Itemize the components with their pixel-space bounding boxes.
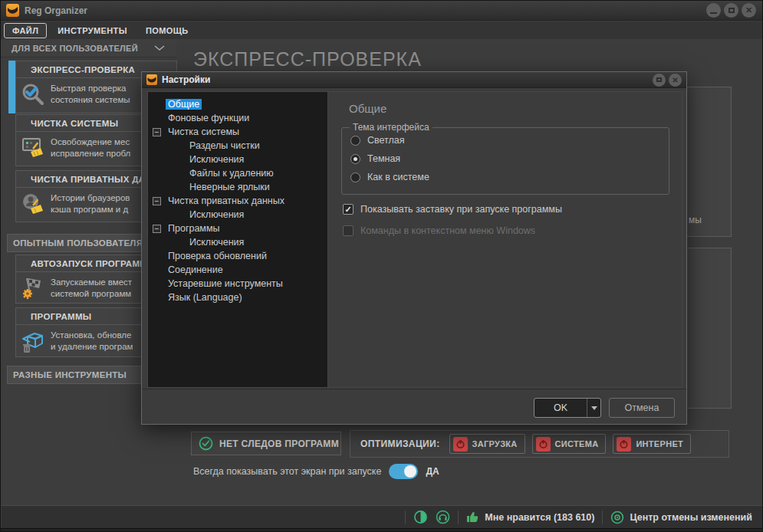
toggle-knob bbox=[404, 465, 416, 478]
sidebar-item-desc: Истории браузеров кэша программ и д bbox=[51, 192, 130, 215]
contrast-icon bbox=[413, 510, 428, 524]
user-scope-dropdown[interactable]: ДЛЯ ВСЕХ ПОЛЬЗОВАТЕЛЕЙ bbox=[1, 39, 176, 57]
settings-panel: Общие Тема интерфейса Светлая Темная Как… bbox=[328, 91, 682, 388]
ok-button[interactable]: OK bbox=[534, 399, 587, 417]
optimize-startup-button[interactable]: ЗАГРУЗКА bbox=[449, 434, 525, 454]
menu-bar: ФАЙЛ ИНСТРУМЕНТЫ ПОМОЩЬ bbox=[1, 21, 762, 39]
menu-tools[interactable]: ИНСТРУМЕНТЫ bbox=[50, 24, 135, 38]
app-window: Reg Organizer ✕ ФАЙЛ ИНСТРУМЕНТЫ ПОМОЩЬ … bbox=[0, 0, 763, 532]
radio-theme-dark[interactable]: Темная bbox=[350, 153, 669, 165]
optimize-internet-button[interactable]: ИНТЕРНЕТ bbox=[613, 434, 691, 454]
power-badge-icon bbox=[453, 437, 468, 452]
thumbs-up-icon bbox=[466, 511, 479, 524]
collapse-icon[interactable]: − bbox=[153, 225, 161, 233]
undo-center-icon bbox=[610, 511, 624, 524]
active-accent-bar bbox=[8, 61, 15, 113]
tree-item-cleanup-sections[interactable]: Разделы чистки bbox=[148, 139, 327, 153]
no-traces-button[interactable]: НЕТ СЛЕДОВ ПРОГРАММ bbox=[191, 432, 341, 455]
app-logo-icon bbox=[6, 4, 19, 17]
magnifier-check-icon bbox=[21, 82, 45, 107]
tree-item-connection[interactable]: Соединение bbox=[148, 263, 327, 277]
checkbox-unchecked-icon bbox=[343, 225, 354, 236]
panel-heading: Общие bbox=[349, 102, 386, 115]
sidebar-item-desc: Освобождение мес исправление пробл bbox=[51, 136, 130, 159]
tree-item-exclusions[interactable]: Исключения bbox=[148, 208, 327, 222]
sidebar-item-desc: Запускаемые вмест системой программ bbox=[51, 277, 132, 300]
radio-icon bbox=[350, 136, 360, 146]
tree-item-legacy-tools[interactable]: Устаревшие инструменты bbox=[148, 277, 327, 291]
collapse-icon[interactable]: − bbox=[153, 197, 161, 205]
settings-tree: Общие Фоновые функции − Чистка системы Р… bbox=[147, 91, 328, 388]
dialog-footer: OK Отмена bbox=[142, 389, 686, 424]
power-badge-icon bbox=[617, 437, 631, 452]
theme-groupbox: Тема интерфейса Светлая Темная Как в сис… bbox=[341, 127, 669, 195]
user-broom-icon bbox=[21, 192, 45, 216]
undo-center-label: Центр отмены изменений bbox=[630, 512, 752, 523]
sidebar-item-desc: Установка, обновле и удаление програм bbox=[51, 330, 133, 353]
separator bbox=[602, 511, 603, 524]
like-label: Мне нравится (183 610) bbox=[485, 512, 594, 523]
dialog-maximize-button[interactable] bbox=[653, 74, 666, 87]
window-bottom-edge bbox=[1, 528, 762, 532]
ok-dropdown-arrow[interactable] bbox=[587, 399, 600, 417]
checkbox-show-splash[interactable]: ✓ Показывать заставку при запуске програ… bbox=[343, 204, 562, 215]
monitor-broom-icon bbox=[21, 136, 45, 160]
separator bbox=[458, 511, 459, 524]
sidebar-item-desc: Быстрая проверка состояния системы bbox=[51, 83, 130, 106]
window-title: Reg Organizer bbox=[25, 5, 87, 16]
close-button[interactable]: ✕ bbox=[742, 3, 756, 18]
tree-item-files-to-delete[interactable]: Файлы к удалению bbox=[148, 166, 327, 180]
like-button[interactable]: Мне нравится (183 610) bbox=[466, 511, 594, 524]
tree-item-system-cleanup[interactable]: − Чистка системы bbox=[148, 125, 327, 139]
menu-file[interactable]: ФАЙЛ bbox=[4, 23, 47, 38]
app-logo-icon bbox=[146, 74, 157, 85]
radio-theme-light[interactable]: Светлая bbox=[350, 134, 669, 146]
status-bar: Мне нравится (183 610) Центр отмены изме… bbox=[2, 505, 763, 528]
page-title: ЭКСПРЕСС-ПРОВЕРКА bbox=[193, 48, 422, 71]
settings-dialog: Настройки ✕ Общие Фоновые функции − Чист… bbox=[141, 71, 687, 425]
collapse-icon[interactable]: − bbox=[153, 128, 161, 136]
minimize-button[interactable] bbox=[706, 3, 721, 18]
checkbox-context-menu[interactable]: Команды в контекстном меню Windows bbox=[343, 225, 535, 236]
radio-theme-system[interactable]: Как в системе bbox=[350, 171, 669, 183]
tree-item-updates[interactable]: Проверка обновлений bbox=[148, 249, 327, 263]
checkbox-checked-icon: ✓ bbox=[343, 204, 354, 215]
menu-help[interactable]: ПОМОЩЬ bbox=[138, 24, 196, 38]
power-badge-icon bbox=[536, 437, 551, 452]
tree-item-invalid-shortcuts[interactable]: Неверные ярлыки bbox=[148, 180, 327, 194]
tree-item-private-cleanup[interactable]: − Чистка приватных данных bbox=[148, 194, 327, 208]
show-at-startup-row: Всегда показывать этот экран при запуске… bbox=[193, 463, 439, 480]
tree-item-exclusions[interactable]: Исключения bbox=[148, 235, 327, 249]
cancel-button[interactable]: Отмена bbox=[609, 398, 675, 418]
title-bar[interactable]: Reg Organizer ✕ bbox=[1, 1, 762, 21]
dialog-close-button[interactable]: ✕ bbox=[669, 74, 682, 87]
dialog-title: Настройки bbox=[162, 74, 210, 85]
flag-gear-icon bbox=[21, 276, 45, 300]
toggle-value: ДА bbox=[426, 466, 439, 477]
support-button[interactable] bbox=[436, 510, 450, 524]
optimize-system-button[interactable]: СИСТЕМА bbox=[532, 434, 607, 454]
tree-item-background[interactable]: Фоновые функции bbox=[148, 111, 327, 125]
show-at-startup-toggle[interactable] bbox=[389, 464, 418, 479]
separator bbox=[405, 511, 406, 524]
tree-item-programs[interactable]: − Программы bbox=[148, 222, 327, 235]
theme-group-title: Тема интерфейса bbox=[350, 122, 432, 133]
headset-icon bbox=[436, 510, 450, 524]
radio-icon-selected bbox=[350, 154, 360, 164]
dialog-title-bar[interactable]: Настройки ✕ bbox=[142, 72, 686, 88]
chevron-down-icon bbox=[153, 44, 166, 51]
ok-split-button[interactable]: OK bbox=[534, 398, 601, 418]
tree-item-language[interactable]: Язык (Language) bbox=[148, 291, 327, 304]
box-trash-icon bbox=[21, 329, 45, 353]
toggle-label: Всегда показывать этот экран при запуске bbox=[193, 466, 381, 477]
undo-center-button[interactable]: Центр отмены изменений bbox=[610, 511, 752, 524]
clipped-text-fragment: мы bbox=[689, 215, 702, 225]
triangle-down-icon bbox=[591, 406, 597, 410]
user-scope-label: ДЛЯ ВСЕХ ПОЛЬЗОВАТЕЛЕЙ bbox=[12, 44, 138, 53]
no-traces-label: НЕТ СЛЕДОВ ПРОГРАММ bbox=[219, 438, 339, 449]
tree-item-general[interactable]: Общие bbox=[148, 97, 327, 111]
maximize-button[interactable] bbox=[724, 3, 738, 18]
tree-item-exclusions[interactable]: Исключения bbox=[148, 153, 327, 166]
theme-contrast-button[interactable] bbox=[413, 510, 428, 524]
optimizations-panel: ОПТИМИЗАЦИИ: ЗАГРУЗКА СИСТЕМА ИНТЕРНЕТ bbox=[350, 430, 729, 458]
